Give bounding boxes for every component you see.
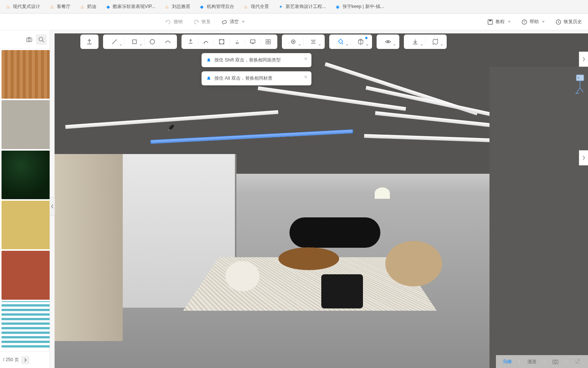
history-button[interactable]: 恢复历史 xyxy=(555,19,582,25)
tab-modern-duplex[interactable]: ♨ 现代复式设计 xyxy=(3,3,42,10)
align-icon xyxy=(310,38,317,45)
undo-label: 撤销 xyxy=(174,19,183,25)
svg-rect-0 xyxy=(222,20,227,24)
tab-admin[interactable]: ◆ 机构管理后台 xyxy=(197,3,236,10)
chevron-down-icon xyxy=(508,21,511,23)
material-tile[interactable] xyxy=(2,201,50,249)
arc-tool-button[interactable] xyxy=(160,35,175,49)
3d-viewport[interactable] xyxy=(55,33,588,368)
svg-point-33 xyxy=(554,361,557,363)
tab-label: 酷家乐软装表现VIP... xyxy=(113,3,155,10)
area-button[interactable] xyxy=(214,35,229,49)
tab-kujiale-vip[interactable]: ◆ 酷家乐软装表现VIP... xyxy=(103,3,158,10)
settings-button[interactable] xyxy=(574,358,581,365)
fire-icon: ♨ xyxy=(164,4,170,9)
svg-point-24 xyxy=(292,41,294,42)
curtain xyxy=(55,154,123,341)
search-input[interactable] xyxy=(3,37,22,42)
navigation-cube[interactable] xyxy=(573,73,587,96)
camera-tool-button[interactable] xyxy=(283,35,303,49)
tip-alt: 按住 Alt 双击，替换相同材质 ✕ xyxy=(202,71,311,85)
camera-button[interactable] xyxy=(24,34,34,45)
tutorial-button[interactable]: 教程 xyxy=(487,19,511,25)
line-icon xyxy=(111,38,118,45)
birdview-button[interactable]: 鸟瞰 xyxy=(503,359,512,365)
monitor-icon xyxy=(249,38,256,45)
chevron-down-icon xyxy=(140,44,142,46)
undo-icon xyxy=(165,19,171,25)
download-icon xyxy=(412,38,419,45)
tab-zhangyu-keep[interactable]: ◉ 张宇keep | 新中-镇... xyxy=(333,3,386,10)
chevron-down-icon xyxy=(542,21,545,23)
sweep-button[interactable] xyxy=(199,35,214,49)
circle-tool-button[interactable] xyxy=(145,35,160,49)
tip-text: 按住 Shift 双击，替换相同面类型 xyxy=(214,57,281,63)
cube-tool-button[interactable] xyxy=(351,35,371,49)
material-tile[interactable] xyxy=(2,151,50,199)
material-tile[interactable] xyxy=(2,50,50,99)
tab-living-dining[interactable]: ♨ 客餐厅 xyxy=(47,3,73,10)
collapse-sidebar-button[interactable] xyxy=(50,197,55,215)
chevron-left-icon xyxy=(51,204,54,209)
svg-rect-21 xyxy=(266,42,268,44)
clear-button[interactable]: 清空 xyxy=(221,19,245,25)
chevron-down-icon xyxy=(441,44,443,46)
cube-icon xyxy=(357,38,364,45)
rect-tool-button[interactable] xyxy=(125,35,144,49)
svg-point-14 xyxy=(204,42,205,44)
tab-cream[interactable]: ♨ 奶油 xyxy=(77,3,99,10)
tip-text: 按住 Alt 双击，替换相同材质 xyxy=(214,75,272,82)
extrude-button[interactable] xyxy=(183,35,198,49)
chevron-down-icon xyxy=(319,44,321,46)
canvas-wrap: 按住 Shift 双击，替换相同面类型 ✕ 按住 Alt 双击，替换相同材质 ✕ xyxy=(50,30,588,368)
download-button[interactable] xyxy=(405,35,425,49)
screen-button[interactable] xyxy=(245,35,260,49)
light-button[interactable] xyxy=(230,35,245,49)
material-tile[interactable] xyxy=(2,301,50,350)
tab-label: 客餐厅 xyxy=(57,3,70,10)
svg-rect-12 xyxy=(133,40,136,44)
snapshot-button[interactable] xyxy=(552,358,559,365)
fire-icon: ♨ xyxy=(5,4,11,9)
clear-label: 清空 xyxy=(230,19,239,25)
armchair xyxy=(385,241,442,286)
material-tool-button[interactable] xyxy=(331,35,350,49)
next-page-button[interactable] xyxy=(21,356,30,364)
chevron-down-icon xyxy=(242,21,245,23)
search-button[interactable] xyxy=(36,34,47,45)
browser-tab-bar: ♨ 现代复式设计 ♨ 客餐厅 ♨ 奶油 ◆ 酷家乐软装表现VIP... ♨ 刘总… xyxy=(0,0,588,14)
expand-icon xyxy=(218,38,225,45)
svg-text:?: ? xyxy=(523,20,525,24)
material-tile[interactable] xyxy=(2,251,50,299)
svg-point-28 xyxy=(342,43,343,44)
circle-icon xyxy=(149,38,156,45)
close-tip-button[interactable]: ✕ xyxy=(304,56,308,61)
material-tile[interactable] xyxy=(2,100,50,149)
bell-icon xyxy=(206,76,211,81)
expand-panel-button-2[interactable] xyxy=(579,150,588,165)
svg-point-13 xyxy=(150,39,155,44)
upload-button[interactable] xyxy=(82,35,97,49)
diamond-icon: ◆ xyxy=(199,4,205,9)
help-button[interactable]: ? 帮助 xyxy=(521,19,545,25)
tab-liu-residence[interactable]: ♨ 刘总雅居 xyxy=(162,3,192,10)
birdview-label: 鸟瞰 xyxy=(503,359,512,365)
arc-icon xyxy=(164,38,171,45)
close-tip-button[interactable]: ✕ xyxy=(304,74,308,80)
svg-rect-20 xyxy=(269,39,271,41)
line-tool-button[interactable] xyxy=(105,35,124,49)
align-button[interactable] xyxy=(303,35,323,49)
svg-rect-17 xyxy=(250,40,255,43)
expand-panel-button[interactable] xyxy=(579,52,588,67)
undo-button[interactable]: 撤销 xyxy=(165,19,183,25)
svg-point-35 xyxy=(576,359,577,361)
map-button[interactable] xyxy=(425,35,445,49)
tab-modern-pano[interactable]: ♨ 现代全景 xyxy=(241,3,271,10)
roam-button[interactable]: 漫游 xyxy=(527,359,536,365)
visibility-button[interactable] xyxy=(378,35,398,49)
grid-button[interactable] xyxy=(261,35,276,49)
chevron-right-icon xyxy=(582,57,585,61)
search-icon xyxy=(38,36,45,43)
tab-xinyi[interactable]: ✦ 新艺装饰设计工程... xyxy=(276,3,328,10)
redo-button[interactable]: 恢复 xyxy=(193,19,211,25)
